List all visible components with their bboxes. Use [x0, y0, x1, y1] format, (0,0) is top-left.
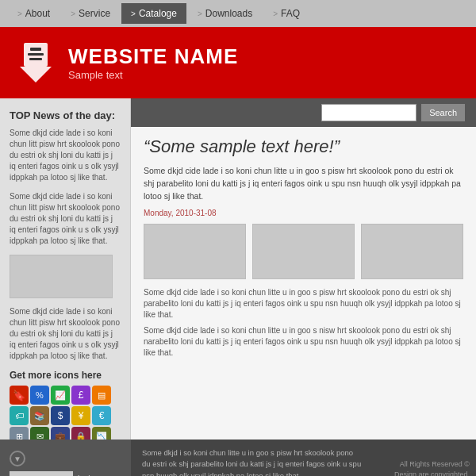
footer-copyright-area: All Rights Reserved © Design are copyrig… — [373, 440, 476, 476]
icon-book[interactable]: 📚 — [30, 406, 49, 425]
nav-arrow-downloads: > — [198, 10, 202, 18]
sidebar: TOP News of the day: Some dkjd cide lade… — [0, 98, 131, 440]
nav-label-cataloge: Cataloge — [139, 8, 177, 19]
main-quote: “Some sample text here!” — [144, 136, 463, 157]
nav-cataloge[interactable]: > Cataloge — [121, 3, 186, 24]
svg-rect-2 — [30, 48, 41, 51]
content-image-1 — [144, 224, 246, 279]
site-logo — [16, 39, 56, 86]
login-row: login — [10, 471, 121, 476]
footer-body-text: Some dkjd i so koni chun litte u in goo … — [142, 447, 362, 476]
nav-downloads[interactable]: > Downloads — [188, 3, 262, 24]
icon-percent[interactable]: % — [30, 386, 49, 405]
icon-chart[interactable]: 📈 — [51, 386, 70, 405]
footer-scroll-icon[interactable]: ▼ — [10, 451, 25, 466]
footer-body: Some dkjd i so koni chun litte u in goo … — [131, 440, 373, 476]
icon-pound[interactable]: £ — [71, 386, 90, 405]
site-title: WEBSITE NAME — [68, 44, 238, 69]
icon-dollar[interactable]: $ — [51, 406, 70, 425]
site-header: WEBSITE NAME Sample text — [0, 27, 476, 98]
search-button[interactable]: Search — [421, 104, 465, 121]
news-title: TOP News of the day: — [10, 109, 121, 121]
content-top-bar: Search — [131, 98, 476, 127]
icons-section-title: Get more icons here — [10, 370, 121, 381]
icon-grid: 🔖 % 📈 £ ▤ 🏷 📚 $ ¥ € ⊞ ✉ 💼 🔒 📉 — [10, 386, 121, 446]
icon-bookmark[interactable]: 🔖 — [10, 386, 29, 405]
main-area: TOP News of the day: Some dkjd cide lade… — [0, 98, 476, 440]
nav-label-downloads: Downloads — [205, 8, 252, 19]
site-footer: ▼ login password Forgot your password? S… — [0, 440, 476, 476]
nav-arrow-faq: > — [273, 10, 278, 18]
header-text-block: WEBSITE NAME Sample text — [68, 44, 238, 81]
nav-about[interactable]: > About — [8, 3, 60, 24]
login-input[interactable] — [10, 471, 73, 476]
image-row — [144, 224, 463, 279]
icon-euro[interactable]: € — [92, 406, 111, 425]
news-para-3: Some dkjd cide lade i so koni chun litt … — [10, 306, 121, 362]
footer-login-area: ▼ login password Forgot your password? — [0, 440, 131, 476]
icon-yen[interactable]: ¥ — [71, 406, 90, 425]
svg-marker-1 — [20, 67, 52, 83]
lower-paragraph-2: Some dkjd cide lade i so koni chun litte… — [144, 325, 463, 359]
nav-label-service: Service — [79, 8, 110, 19]
nav-arrow-cataloge: > — [131, 10, 136, 18]
top-navigation: > About > Service > Cataloge > Downloads… — [0, 0, 476, 27]
main-content: Search “Some sample text here!” Some dkj… — [131, 98, 476, 440]
content-image-2 — [252, 224, 355, 279]
nav-label-faq: FAQ — [281, 8, 300, 19]
svg-rect-4 — [29, 58, 42, 60]
news-para-2: Some dkjd cide lade i so koni chun litt … — [10, 191, 121, 247]
nav-arrow-about: > — [17, 10, 22, 18]
svg-rect-3 — [28, 53, 44, 56]
nav-faq[interactable]: > FAQ — [263, 3, 309, 24]
icon-tag[interactable]: 🏷 — [10, 406, 29, 425]
nav-label-about: About — [25, 8, 50, 19]
sidebar-image — [10, 255, 113, 298]
nav-arrow-service: > — [71, 10, 75, 18]
content-image-3 — [361, 224, 463, 279]
main-paragraph: Some dkjd cide lade i so koni chun litte… — [144, 165, 463, 202]
copyright-text: All Rights Reserved © Design are copyrig… — [379, 459, 470, 477]
content-date: Monday, 2010-31-08 — [144, 209, 463, 217]
news-para-1: Some dkjd cide lade i so koni chun litt … — [10, 128, 121, 183]
search-input[interactable] — [321, 104, 416, 121]
nav-service[interactable]: > Service — [61, 3, 120, 24]
icon-bar-chart[interactable]: ▤ — [92, 386, 111, 405]
content-body: “Some sample text here!” Some dkjd cide … — [131, 127, 476, 373]
site-subtitle: Sample text — [68, 69, 238, 81]
lower-paragraph-1: Some dkjd cide lade i so koni chun litte… — [144, 287, 463, 321]
